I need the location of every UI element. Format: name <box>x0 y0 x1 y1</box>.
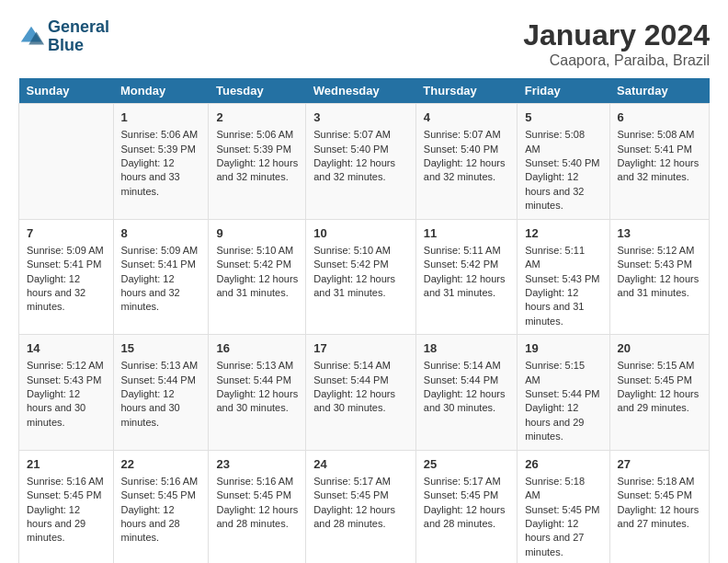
weekday-header: Monday <box>113 78 209 104</box>
calendar-cell: 19Sunrise: 5:15 AMSunset: 5:44 PMDayligh… <box>518 335 609 451</box>
day-number: 22 <box>121 456 201 473</box>
day-number: 27 <box>618 456 701 473</box>
sunset-text: Sunset: 5:43 PM <box>27 373 106 387</box>
logo: General Blue <box>18 18 109 55</box>
calendar-cell: 14Sunrise: 5:12 AMSunset: 5:43 PMDayligh… <box>19 335 114 451</box>
day-number: 18 <box>424 340 509 357</box>
calendar-cell: 24Sunrise: 5:17 AMSunset: 5:45 PMDayligh… <box>306 450 416 563</box>
weekday-header: Tuesday <box>209 78 306 104</box>
day-number: 24 <box>313 456 408 473</box>
daylight-text: Daylight: 12 hours and 30 minutes. <box>216 387 298 416</box>
daylight-text: Daylight: 12 hours and 28 minutes. <box>216 503 298 532</box>
calendar-cell <box>19 104 114 220</box>
calendar-cell: 9Sunrise: 5:10 AMSunset: 5:42 PMDaylight… <box>209 219 306 335</box>
sunset-text: Sunset: 5:44 PM <box>313 373 408 387</box>
daylight-text: Daylight: 12 hours and 29 minutes. <box>525 401 601 443</box>
daylight-text: Daylight: 12 hours and 28 minutes. <box>424 503 509 532</box>
weekday-header: Sunday <box>19 78 114 104</box>
daylight-text: Daylight: 12 hours and 29 minutes. <box>27 503 106 546</box>
daylight-text: Daylight: 12 hours and 31 minutes. <box>618 272 701 301</box>
day-number: 21 <box>27 456 106 473</box>
page-subtitle: Caapora, Paraiba, Brazil <box>523 52 710 69</box>
daylight-text: Daylight: 12 hours and 31 minutes. <box>216 272 298 301</box>
sunset-text: Sunset: 5:39 PM <box>121 143 201 156</box>
sunrise-text: Sunrise: 5:18 AM <box>618 475 701 488</box>
calendar-week-row: 14Sunrise: 5:12 AMSunset: 5:43 PMDayligh… <box>19 335 710 451</box>
calendar-cell: 5Sunrise: 5:08 AMSunset: 5:40 PMDaylight… <box>518 104 609 220</box>
calendar-cell: 20Sunrise: 5:15 AMSunset: 5:45 PMDayligh… <box>609 335 709 451</box>
sunrise-text: Sunrise: 5:12 AM <box>618 244 701 258</box>
calendar-cell: 18Sunrise: 5:14 AMSunset: 5:44 PMDayligh… <box>415 335 517 451</box>
day-number: 14 <box>27 340 106 357</box>
daylight-text: Daylight: 12 hours and 28 minutes. <box>121 503 201 546</box>
daylight-text: Daylight: 12 hours and 27 minutes. <box>618 503 701 532</box>
logo-line2: Blue <box>48 36 84 54</box>
sunrise-text: Sunrise: 5:17 AM <box>424 475 509 488</box>
calendar-cell: 15Sunrise: 5:13 AMSunset: 5:44 PMDayligh… <box>113 335 209 451</box>
daylight-text: Daylight: 12 hours and 28 minutes. <box>313 503 408 532</box>
day-number: 5 <box>525 109 601 126</box>
day-number: 10 <box>313 225 408 242</box>
calendar-cell: 23Sunrise: 5:16 AMSunset: 5:45 PMDayligh… <box>209 450 306 563</box>
calendar-cell: 16Sunrise: 5:13 AMSunset: 5:44 PMDayligh… <box>209 335 306 451</box>
sunrise-text: Sunrise: 5:13 AM <box>121 359 201 373</box>
day-number: 16 <box>216 340 298 357</box>
sunrise-text: Sunrise: 5:07 AM <box>424 128 509 142</box>
sunrise-text: Sunrise: 5:11 AM <box>424 244 509 258</box>
daylight-text: Daylight: 12 hours and 30 minutes. <box>424 387 509 416</box>
calendar-cell: 12Sunrise: 5:11 AMSunset: 5:43 PMDayligh… <box>518 219 609 335</box>
calendar-cell: 11Sunrise: 5:11 AMSunset: 5:42 PMDayligh… <box>415 219 517 335</box>
sunrise-text: Sunrise: 5:18 AM <box>525 475 601 503</box>
sunrise-text: Sunrise: 5:10 AM <box>216 244 298 258</box>
day-number: 15 <box>121 340 201 357</box>
sunset-text: Sunset: 5:43 PM <box>618 258 701 271</box>
sunset-text: Sunset: 5:44 PM <box>121 373 201 387</box>
sunset-text: Sunset: 5:39 PM <box>216 143 298 156</box>
sunrise-text: Sunrise: 5:11 AM <box>525 244 601 272</box>
day-number: 19 <box>525 340 601 357</box>
weekday-header-row: SundayMondayTuesdayWednesdayThursdayFrid… <box>19 78 710 104</box>
calendar-cell: 4Sunrise: 5:07 AMSunset: 5:40 PMDaylight… <box>415 104 517 220</box>
calendar-cell: 7Sunrise: 5:09 AMSunset: 5:41 PMDaylight… <box>19 219 114 335</box>
page-header: General Blue January 2024 Caapora, Parai… <box>18 18 710 69</box>
calendar-cell: 25Sunrise: 5:17 AMSunset: 5:45 PMDayligh… <box>415 450 517 563</box>
day-number: 3 <box>313 109 408 126</box>
day-number: 6 <box>618 109 701 126</box>
sunrise-text: Sunrise: 5:15 AM <box>525 359 601 387</box>
logo-line1: General <box>48 17 109 36</box>
daylight-text: Daylight: 12 hours and 33 minutes. <box>121 156 201 199</box>
sunrise-text: Sunrise: 5:09 AM <box>121 244 201 258</box>
sunset-text: Sunset: 5:45 PM <box>27 488 106 502</box>
daylight-text: Daylight: 12 hours and 32 minutes. <box>313 156 408 185</box>
day-number: 8 <box>121 225 201 242</box>
sunset-text: Sunset: 5:41 PM <box>618 143 701 156</box>
sunset-text: Sunset: 5:41 PM <box>121 258 201 271</box>
day-number: 23 <box>216 456 298 473</box>
sunrise-text: Sunrise: 5:09 AM <box>27 244 106 258</box>
day-number: 7 <box>27 225 106 242</box>
calendar-cell: 3Sunrise: 5:07 AMSunset: 5:40 PMDaylight… <box>306 104 416 220</box>
page-title: January 2024 <box>523 18 710 52</box>
daylight-text: Daylight: 12 hours and 30 minutes. <box>27 387 106 430</box>
sunrise-text: Sunrise: 5:13 AM <box>216 359 298 373</box>
calendar-week-row: 7Sunrise: 5:09 AMSunset: 5:41 PMDaylight… <box>19 219 710 335</box>
calendar-table: SundayMondayTuesdayWednesdayThursdayFrid… <box>18 78 710 563</box>
daylight-text: Daylight: 12 hours and 31 minutes. <box>313 272 408 301</box>
sunset-text: Sunset: 5:44 PM <box>216 373 298 387</box>
weekday-header: Saturday <box>609 78 709 104</box>
sunset-text: Sunset: 5:40 PM <box>424 143 509 156</box>
day-number: 20 <box>618 340 701 357</box>
sunset-text: Sunset: 5:41 PM <box>27 258 106 271</box>
day-number: 11 <box>424 225 509 242</box>
sunrise-text: Sunrise: 5:14 AM <box>424 359 509 373</box>
sunset-text: Sunset: 5:44 PM <box>525 387 601 401</box>
calendar-cell: 22Sunrise: 5:16 AMSunset: 5:45 PMDayligh… <box>113 450 209 563</box>
day-number: 2 <box>216 109 298 126</box>
calendar-cell: 2Sunrise: 5:06 AMSunset: 5:39 PMDaylight… <box>209 104 306 220</box>
daylight-text: Daylight: 12 hours and 27 minutes. <box>525 517 601 559</box>
sunset-text: Sunset: 5:40 PM <box>525 156 601 170</box>
daylight-text: Daylight: 12 hours and 32 minutes. <box>27 272 106 315</box>
sunrise-text: Sunrise: 5:16 AM <box>216 475 298 488</box>
calendar-cell: 17Sunrise: 5:14 AMSunset: 5:44 PMDayligh… <box>306 335 416 451</box>
sunset-text: Sunset: 5:40 PM <box>313 143 408 156</box>
